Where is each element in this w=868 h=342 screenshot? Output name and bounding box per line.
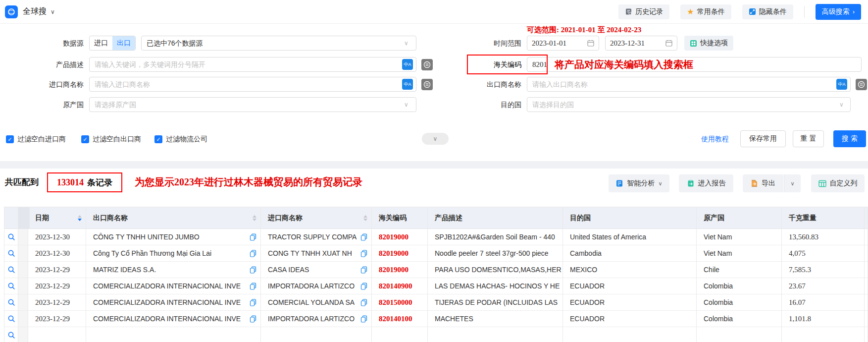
time-range-label: 时间范围	[446, 36, 521, 51]
table-row: 2023-12-30Công Ty Cổ Phần Thương Mại Gia…	[4, 245, 868, 262]
importer-name-input[interactable]	[89, 77, 416, 92]
copy-icon[interactable]	[250, 233, 256, 241]
copy-icon[interactable]	[250, 299, 256, 306]
table-row: 2023-12-29COMERCIALIZADORA INTERNACIONAL…	[4, 278, 868, 294]
date-end-value: 2023-12-31	[610, 39, 645, 48]
cell-exporter: Công Ty Cổ Phần Thương Mại Gia Lai	[93, 249, 211, 257]
app-switcher-chevron-icon[interactable]: ∨	[51, 8, 55, 15]
translate-icon[interactable]: 中A	[836, 79, 847, 90]
copy-icon[interactable]	[360, 315, 367, 323]
cell: ECUADOR	[563, 278, 697, 294]
save-favorite-button[interactable]: 保存常用	[740, 130, 786, 147]
view-detail-magnifier-icon[interactable]	[7, 282, 15, 290]
cell: COMERCIALIZADORA INTERNACIONAL INVE	[86, 294, 261, 311]
date-start-input[interactable]: 2023-01-01	[527, 36, 599, 51]
export-button[interactable]: 导出	[743, 174, 783, 192]
advanced-search-button[interactable]: 高级搜索 ›	[816, 4, 861, 20]
header-cell-5[interactable]: 海关编码	[372, 207, 428, 229]
copy-icon[interactable]	[360, 266, 367, 274]
hide-conditions-button[interactable]: 隐藏条件	[742, 4, 793, 19]
view-detail-magnifier-icon[interactable]	[7, 315, 15, 323]
copy-icon[interactable]	[360, 250, 367, 257]
copy-icon[interactable]	[250, 283, 256, 290]
import-tab[interactable]: 进口	[90, 36, 112, 50]
cell-exporter: COMERCIALIZADORA INTERNACIONAL INVE	[93, 315, 241, 323]
header-cell-7[interactable]: 目的国	[563, 207, 697, 229]
sort-icons[interactable]	[78, 215, 82, 221]
data-source-selected-text: 已选中76个数据源	[147, 39, 203, 47]
sort-icons[interactable]	[363, 215, 367, 221]
cell: MATRIZ IDEAS S.A.	[86, 262, 261, 278]
view-detail-magnifier-icon[interactable]	[7, 298, 15, 306]
copy-icon[interactable]	[360, 233, 367, 241]
filter-blank-importer-checkbox[interactable]: ✓ 过滤空白进口商	[6, 135, 66, 144]
header-cell-2[interactable]: 日期	[28, 207, 86, 229]
chevron-down-icon: ∨	[404, 36, 408, 51]
copy-icon[interactable]	[250, 250, 256, 257]
dest-country-label: 目的国	[446, 97, 521, 112]
reset-button[interactable]: 重 置	[793, 130, 824, 147]
chevron-down-icon: ∨	[839, 97, 844, 112]
cell	[372, 327, 428, 342]
cell-destination: ECUADOR	[570, 298, 605, 306]
cell-product: PARA USO DOMESNTICO,MASAS,HER	[435, 266, 562, 274]
cell-hs-code: 82019000	[379, 233, 408, 241]
header-cell-3[interactable]: 出口商名称	[86, 207, 261, 229]
view-detail-magnifier-icon[interactable]	[7, 266, 15, 274]
dedupe-icon[interactable]	[421, 79, 433, 90]
dest-country-select[interactable]: 请选择目的国	[527, 97, 851, 112]
translate-icon[interactable]: 中A	[402, 59, 413, 70]
collapse-form-toggle[interactable]: ∨	[422, 133, 449, 145]
cell	[4, 245, 18, 262]
tutorial-link[interactable]: 使用教程	[701, 130, 729, 147]
cell: TRACTOR SUPPLY COMPA	[261, 229, 372, 245]
header-cell-9[interactable]: 千克重量	[782, 207, 865, 229]
header-cell-8[interactable]: 原产国	[697, 207, 782, 229]
export-tab[interactable]: 出口	[112, 36, 135, 50]
cell-importer: IMPORTADORA LARTIZCO	[268, 282, 355, 290]
cell: 7,585.3	[782, 262, 865, 278]
data-source-select[interactable]: 已选中76个数据源	[141, 36, 416, 51]
view-detail-magnifier-icon[interactable]	[7, 331, 15, 339]
enter-report-button[interactable]: 进入报告	[679, 174, 733, 192]
dedupe-icon[interactable]	[421, 59, 433, 70]
translate-icon[interactable]: 中A	[402, 79, 413, 90]
product-desc-input[interactable]	[89, 57, 416, 72]
cell	[697, 327, 782, 342]
cell: Cambodia	[563, 245, 697, 262]
cell	[261, 327, 372, 342]
copy-icon[interactable]	[250, 315, 256, 323]
header-cell-4[interactable]: 进口商名称	[261, 207, 372, 229]
favorites-button[interactable]: ★ 常用条件	[680, 4, 731, 19]
cell: 2023-12-29	[28, 311, 86, 327]
view-detail-magnifier-icon[interactable]	[7, 249, 15, 257]
table-row: 2023-12-30CÔNG TY TNHH UNITED JUMBOTRACT…	[4, 229, 868, 245]
search-button[interactable]: 搜 索	[833, 130, 866, 147]
copy-icon[interactable]	[360, 283, 367, 290]
date-start-value: 2023-01-01	[532, 39, 566, 48]
view-detail-magnifier-icon[interactable]	[7, 233, 15, 241]
history-button[interactable]: 历史记录	[618, 4, 669, 19]
table-body: 2023-12-30CÔNG TY TNHH UNITED JUMBOTRACT…	[4, 229, 868, 342]
cell-origin: Viet Nam	[704, 233, 732, 241]
filter-logistics-checkbox[interactable]: ✓ 过滤物流公司	[154, 135, 207, 144]
exporter-name-input[interactable]	[527, 77, 851, 92]
header-label: 产品描述	[435, 214, 462, 223]
origin-country-select[interactable]: 请选择原产国	[89, 97, 416, 112]
copy-icon[interactable]	[360, 299, 367, 306]
quick-options-label: 快捷选项	[700, 39, 728, 48]
export-dropdown-toggle[interactable]: ∨	[784, 174, 801, 192]
header-label: 海关编码	[379, 214, 407, 223]
cell: 4,075	[782, 245, 865, 262]
date-end-input[interactable]: 2023-12-31	[605, 36, 677, 51]
filter-blank-exporter-checkbox[interactable]: ✓ 过滤空白出口商	[81, 135, 141, 144]
cell: IMPORTADORA LARTIZCO	[261, 278, 372, 294]
cell-importer: IMPORTADORA LARTIZCO	[268, 315, 355, 323]
custom-columns-button[interactable]: 自定义列	[811, 174, 865, 192]
copy-icon[interactable]	[250, 266, 256, 274]
header-cell-6[interactable]: 产品描述	[428, 207, 563, 229]
sort-icons[interactable]	[253, 215, 256, 221]
quick-options-button[interactable]: 快捷选项	[684, 36, 733, 51]
dedupe-icon[interactable]	[856, 79, 867, 90]
smart-analysis-button[interactable]: 智能分析 ∨	[609, 174, 669, 192]
